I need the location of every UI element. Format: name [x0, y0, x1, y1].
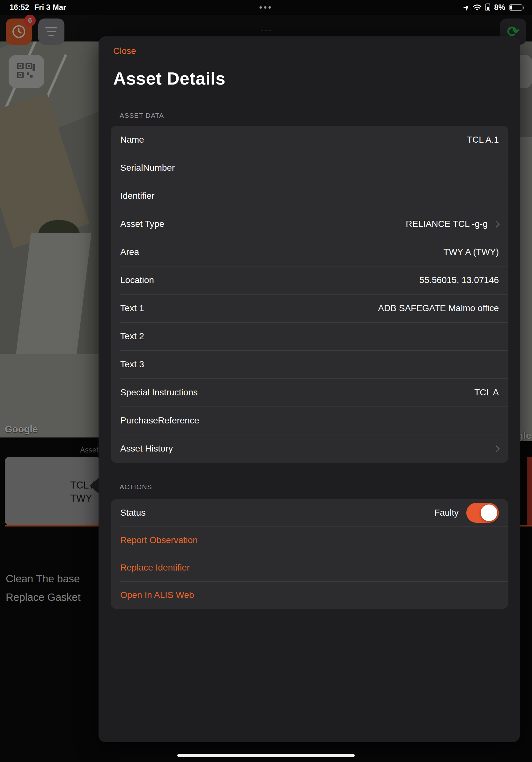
table-row-identifier[interactable]: Identifier	[111, 182, 508, 210]
chevron-right-icon	[493, 220, 500, 227]
status-toggle[interactable]	[466, 503, 499, 523]
location-arrow-icon: ➤	[461, 3, 471, 12]
section-header-asset-data: ASSET DATA	[120, 112, 164, 119]
wifi-icon	[473, 4, 482, 11]
status-value: Faulty	[434, 508, 459, 518]
asset-data-table: Name TCL A.1 SerialNumber Identifier Ass…	[111, 126, 508, 463]
table-row-serialnumber[interactable]: SerialNumber	[111, 154, 508, 182]
table-row-special-instructions[interactable]: Special Instructions TCL A	[111, 378, 508, 407]
table-row-name[interactable]: Name TCL A.1	[111, 126, 508, 154]
section-header-actions: ACTIONS	[120, 483, 152, 491]
open-in-alis-web-button[interactable]: Open In ALIS Web	[111, 581, 508, 609]
table-row-text3[interactable]: Text 3	[111, 350, 508, 378]
table-row-text2[interactable]: Text 2	[111, 322, 508, 350]
multitask-dots-icon: •••	[259, 3, 273, 12]
table-row-asset-history[interactable]: Asset History	[111, 435, 508, 463]
status-date: Fri 3 Mar	[34, 3, 66, 12]
table-row-purchasereference[interactable]: PurchaseReference	[111, 407, 508, 435]
table-row-area[interactable]: Area TWY A (TWY)	[111, 238, 508, 266]
status-bar: 16:52 Fri 3 Mar ••• ➤ 8%	[0, 0, 532, 15]
table-row-text1[interactable]: Text 1 ADB SAFEGATE Malmo office	[111, 294, 508, 322]
battery-percent: 8%	[494, 3, 505, 12]
table-row-asset-type[interactable]: Asset Type RELIANCE TCL -g-g	[111, 210, 508, 238]
status-time: 16:52	[10, 3, 29, 12]
asset-details-sheet: Close Asset Details ASSET DATA Name TCL …	[99, 37, 520, 742]
actions-table: Status Faulty Report Observation Replace…	[111, 499, 508, 609]
report-observation-button[interactable]: Report Observation	[111, 526, 508, 554]
close-button[interactable]: Close	[113, 46, 136, 56]
table-row-status: Status Faulty	[111, 499, 508, 526]
page-title: Asset Details	[113, 68, 226, 89]
battery-icon	[509, 4, 522, 11]
toggle-knob	[481, 504, 497, 521]
replace-identifier-button[interactable]: Replace Identifier	[111, 554, 508, 581]
home-indicator[interactable]	[177, 754, 355, 757]
chevron-right-icon	[493, 445, 500, 452]
table-row-location[interactable]: Location 55.56015, 13.07146	[111, 266, 508, 294]
callout-pointer	[90, 477, 99, 494]
accessory-battery-icon	[486, 4, 490, 11]
